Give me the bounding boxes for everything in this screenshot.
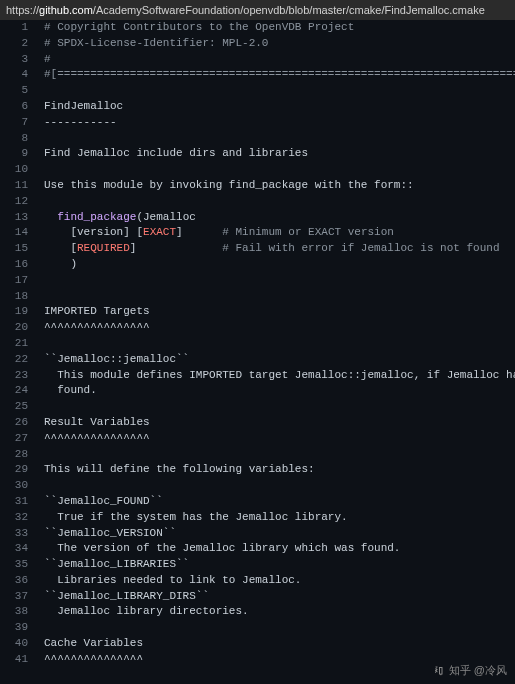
watermark-text: 知乎 @冷风 [449,663,507,678]
line-number: 20 [0,320,28,336]
line-number: 3 [0,52,28,68]
code-line[interactable] [44,131,515,147]
line-number: 37 [0,589,28,605]
code-line[interactable]: IMPORTED Targets [44,304,515,320]
code-line[interactable]: The version of the Jemalloc library whic… [44,541,515,557]
line-number: 22 [0,352,28,368]
code-line[interactable]: This will define the following variables… [44,462,515,478]
code-line[interactable]: [REQUIRED] # Fail with error if Jemalloc… [44,241,515,257]
line-number: 25 [0,399,28,415]
code-line[interactable]: This module defines IMPORTED target Jema… [44,368,515,384]
line-number: 6 [0,99,28,115]
line-number: 10 [0,162,28,178]
line-number: 8 [0,131,28,147]
code-line[interactable] [44,273,515,289]
line-number: 30 [0,478,28,494]
code-line[interactable]: ``Jemalloc_LIBRARY_DIRS`` [44,589,515,605]
code-line[interactable]: Jemalloc library directories. [44,604,515,620]
line-number: 39 [0,620,28,636]
code-line[interactable] [44,162,515,178]
line-number: 41 [0,652,28,668]
line-number-gutter: 1234567891011121314151617181920212223242… [0,20,40,668]
url-prefix: https:// [6,4,39,16]
code-line[interactable] [44,83,515,99]
url-bar[interactable]: https://github.com/AcademySoftwareFounda… [0,0,515,20]
code-line[interactable]: [version] [EXACT] # Minimum or EXACT ver… [44,225,515,241]
code-line[interactable]: ``Jemalloc::jemalloc`` [44,352,515,368]
code-line[interactable]: find_package(Jemalloc [44,210,515,226]
line-number: 12 [0,194,28,210]
zhihu-icon [433,665,445,677]
code-line[interactable]: Cache Variables [44,636,515,652]
code-line[interactable]: # SPDX-License-Identifier: MPL-2.0 [44,36,515,52]
line-number: 19 [0,304,28,320]
code-line[interactable] [44,478,515,494]
line-number: 1 [0,20,28,36]
code-line[interactable]: Find Jemalloc include dirs and libraries [44,146,515,162]
code-line[interactable] [44,289,515,305]
line-number: 31 [0,494,28,510]
line-number: 17 [0,273,28,289]
line-number: 33 [0,526,28,542]
code-line[interactable]: # Copyright Contributors to the OpenVDB … [44,20,515,36]
code-line[interactable]: Use this module by invoking find_package… [44,178,515,194]
line-number: 26 [0,415,28,431]
line-number: 40 [0,636,28,652]
code-line[interactable]: FindJemalloc [44,99,515,115]
line-number: 27 [0,431,28,447]
watermark: 知乎 @冷风 [433,663,507,678]
code-line[interactable]: Libraries needed to link to Jemalloc. [44,573,515,589]
code-content[interactable]: # Copyright Contributors to the OpenVDB … [40,20,515,668]
line-number: 13 [0,210,28,226]
code-line[interactable]: ``Jemalloc_FOUND`` [44,494,515,510]
line-number: 36 [0,573,28,589]
code-line[interactable]: #[======================================… [44,67,515,83]
line-number: 38 [0,604,28,620]
code-line[interactable]: ^^^^^^^^^^^^^^^^ [44,320,515,336]
line-number: 4 [0,67,28,83]
line-number: 15 [0,241,28,257]
code-viewer: 1234567891011121314151617181920212223242… [0,20,515,668]
code-line[interactable]: ``Jemalloc_VERSION`` [44,526,515,542]
code-line[interactable] [44,620,515,636]
code-line[interactable] [44,336,515,352]
line-number: 9 [0,146,28,162]
url-domain: github.com [39,4,93,16]
line-number: 34 [0,541,28,557]
code-line[interactable] [44,447,515,463]
code-line[interactable]: True if the system has the Jemalloc libr… [44,510,515,526]
line-number: 14 [0,225,28,241]
code-line[interactable]: ^^^^^^^^^^^^^^^^ [44,431,515,447]
line-number: 18 [0,289,28,305]
line-number: 24 [0,383,28,399]
url-path: /AcademySoftwareFoundation/openvdb/blob/… [93,4,485,16]
code-line[interactable]: ``Jemalloc_LIBRARIES`` [44,557,515,573]
code-line[interactable]: found. [44,383,515,399]
code-line[interactable]: ) [44,257,515,273]
code-line[interactable]: # [44,52,515,68]
line-number: 35 [0,557,28,573]
line-number: 7 [0,115,28,131]
line-number: 11 [0,178,28,194]
code-line[interactable] [44,194,515,210]
line-number: 28 [0,447,28,463]
line-number: 29 [0,462,28,478]
line-number: 16 [0,257,28,273]
line-number: 23 [0,368,28,384]
code-line[interactable]: Result Variables [44,415,515,431]
line-number: 2 [0,36,28,52]
line-number: 32 [0,510,28,526]
code-line[interactable]: ----------- [44,115,515,131]
line-number: 5 [0,83,28,99]
line-number: 21 [0,336,28,352]
code-line[interactable] [44,399,515,415]
